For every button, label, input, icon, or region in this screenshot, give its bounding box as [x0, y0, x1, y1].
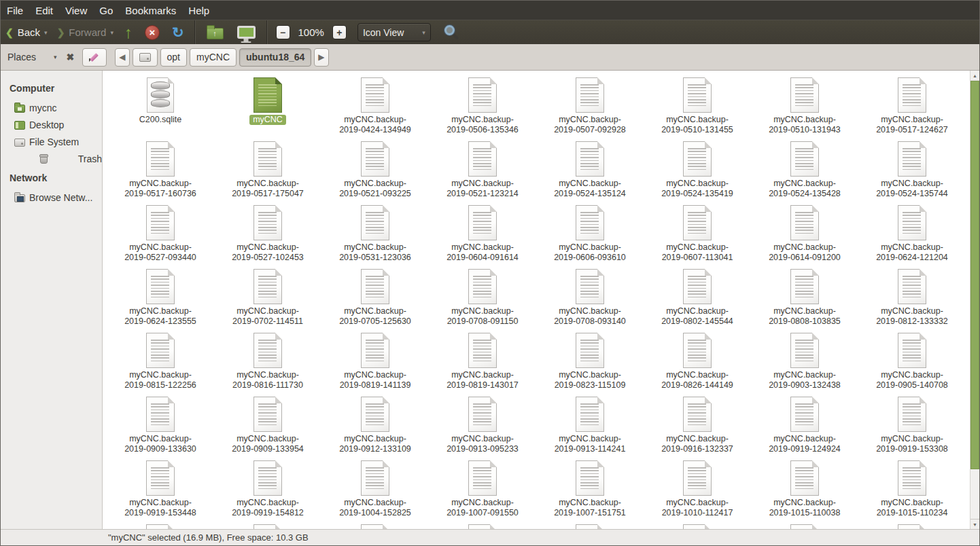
file-item[interactable] [536, 520, 644, 529]
sidebar-item-browse-netw-[interactable]: Browse Netw... [1, 189, 102, 206]
file-item[interactable]: myCNC.backup-2019-0614-091200 [751, 201, 858, 265]
file-item[interactable]: myCNC.backup-2019-1007-091550 [429, 456, 536, 520]
sidebar-item-mycnc[interactable]: mycnc [1, 99, 102, 116]
file-item[interactable]: myCNC.backup-2019-0510-131455 [644, 73, 751, 137]
file-item[interactable]: myCNC.backup-2019-0527-102453 [214, 201, 321, 265]
places-selector[interactable]: Places ▾ [1, 52, 65, 62]
file-item[interactable]: myCNC.backup-2019-0624-123555 [107, 265, 214, 329]
view-mode-select[interactable]: Icon View ▾ [357, 23, 431, 41]
close-sidebar-icon[interactable]: ✖ [65, 52, 82, 62]
scroll-down-button[interactable]: ▼ [970, 519, 979, 529]
file-item[interactable]: myCNC.backup-2019-0507-092928 [536, 73, 644, 137]
root-breadcrumb-button[interactable] [133, 48, 158, 67]
sidebar-item-desktop[interactable]: Desktop [1, 116, 102, 133]
file-item[interactable]: myCNC.backup-2019-0823-115109 [536, 329, 644, 393]
search-button[interactable] [443, 24, 459, 41]
file-item[interactable]: myCNC.backup-2019-0919-153308 [858, 393, 966, 456]
breadcrumb-scroll-right-button[interactable]: ▶ [314, 48, 328, 67]
file-item[interactable] [644, 520, 751, 529]
menu-view[interactable]: View [59, 2, 93, 19]
menu-go[interactable]: Go [93, 2, 119, 19]
file-item[interactable]: myCNC.backup-2019-0604-091614 [429, 201, 536, 265]
file-item[interactable]: myCNC.backup-2019-0916-132337 [644, 393, 751, 456]
file-item[interactable]: myCNC.backup-2019-0819-141139 [321, 329, 429, 393]
file-item[interactable]: myCNC.backup-2019-1015-110234 [858, 456, 966, 520]
scroll-up-button[interactable]: ▲ [970, 71, 979, 81]
file-item[interactable]: myCNC.backup-2019-0624-121204 [858, 201, 966, 265]
breadcrumb-scroll-left-button[interactable]: ◀ [115, 48, 129, 67]
file-item[interactable]: myCNC.backup-2019-0517-160736 [107, 137, 214, 201]
file-item[interactable]: myCNC [214, 73, 321, 137]
file-item[interactable]: myCNC.backup-2019-0607-113041 [644, 201, 751, 265]
file-item[interactable]: myCNC.backup-2019-0521-123214 [429, 137, 536, 201]
file-item[interactable] [751, 520, 858, 529]
file-item[interactable]: myCNC.backup-2019-0913-095233 [429, 393, 536, 456]
back-dropdown-caret-icon[interactable]: ▾ [44, 29, 48, 36]
file-item[interactable]: myCNC.backup-2019-0517-175047 [214, 137, 321, 201]
file-item[interactable]: myCNC.backup-2019-0705-125630 [321, 265, 429, 329]
sidebar-item-trash[interactable]: Trash [1, 150, 102, 167]
file-item[interactable]: myCNC.backup-2019-0909-133630 [107, 393, 214, 456]
file-item[interactable]: C200.sqlite [107, 73, 214, 137]
file-item[interactable] [429, 520, 536, 529]
vertical-scrollbar[interactable]: ▲ ▼ [970, 71, 979, 529]
file-item[interactable]: myCNC.backup-2019-0424-134949 [321, 73, 429, 137]
file-item[interactable]: myCNC.backup-2019-0521-093225 [321, 137, 429, 201]
file-item[interactable]: myCNC.backup-2019-0606-093610 [536, 201, 644, 265]
file-item[interactable]: myCNC.backup-2019-0510-131943 [751, 73, 858, 137]
file-item[interactable]: myCNC.backup-2019-1015-110038 [751, 456, 858, 520]
forward-button[interactable]: ❯ Forward ▾ [52, 22, 118, 43]
file-item[interactable]: myCNC.backup-2019-0826-144149 [644, 329, 751, 393]
home-folder-button[interactable]: ↑ [207, 28, 224, 39]
file-item[interactable]: myCNC.backup-2019-0531-123036 [321, 201, 429, 265]
file-item[interactable]: myCNC.backup-2019-1010-112417 [644, 456, 751, 520]
file-item[interactable] [107, 520, 214, 529]
file-item[interactable]: myCNC.backup-2019-0815-122256 [107, 329, 214, 393]
file-item[interactable]: myCNC.backup-2019-0517-124627 [858, 73, 966, 137]
breadcrumb-opt[interactable]: opt [160, 48, 187, 67]
file-item[interactable]: myCNC.backup-2019-0903-132438 [751, 329, 858, 393]
scrollbar-thumb[interactable] [970, 81, 979, 469]
file-item[interactable] [858, 520, 966, 529]
file-item[interactable]: myCNC.backup-2019-0819-143017 [429, 329, 536, 393]
file-item[interactable]: myCNC.backup-2019-0812-133332 [858, 265, 966, 329]
file-item[interactable]: myCNC.backup-2019-0506-135346 [429, 73, 536, 137]
file-item[interactable]: myCNC.backup-2019-0708-093140 [536, 265, 644, 329]
file-item[interactable]: myCNC.backup-2019-0919-153448 [107, 456, 214, 520]
menu-edit[interactable]: Edit [29, 2, 59, 19]
file-item[interactable]: myCNC.backup-2019-0802-145544 [644, 265, 751, 329]
file-item[interactable]: myCNC.backup-2019-0913-114241 [536, 393, 644, 456]
file-item[interactable]: myCNC.backup-2019-0708-091150 [429, 265, 536, 329]
file-item[interactable]: myCNC.backup-2019-0524-135124 [536, 137, 644, 201]
file-item[interactable]: myCNC.backup-2019-0919-124924 [751, 393, 858, 456]
zoom-out-button[interactable]: − [276, 25, 290, 39]
computer-button[interactable] [237, 26, 256, 39]
file-item[interactable]: myCNC.backup-2019-0702-114511 [214, 265, 321, 329]
breadcrumb-ubuntu18_64[interactable]: ubuntu18_64 [239, 48, 311, 67]
file-item[interactable]: myCNC.backup-2019-0905-140708 [858, 329, 966, 393]
file-item[interactable]: myCNC.backup-2019-0524-135419 [644, 137, 751, 201]
edit-location-button[interactable] [82, 48, 107, 67]
up-button[interactable]: ↑ [118, 22, 139, 43]
file-item[interactable]: myCNC.backup-2019-0524-135744 [858, 137, 966, 201]
refresh-button[interactable]: ↻ [166, 24, 190, 41]
menu-bookmarks[interactable]: Bookmarks [119, 2, 182, 19]
file-item[interactable]: myCNC.backup-2019-1004-152825 [321, 456, 429, 520]
zoom-in-button[interactable]: + [332, 25, 347, 39]
sidebar-item-file-system[interactable]: File System [1, 133, 102, 150]
file-item[interactable]: myCNC.backup-2019-0527-093440 [107, 201, 214, 265]
menu-file[interactable]: File [1, 2, 29, 19]
file-item[interactable]: myCNC.backup-2019-1007-151751 [536, 456, 644, 520]
file-item[interactable]: myCNC.backup-2019-0808-103835 [751, 265, 858, 329]
back-button[interactable]: ❮ Back ▾ [1, 22, 52, 43]
breadcrumb-mycnc[interactable]: myCNC [190, 48, 237, 67]
file-item[interactable]: myCNC.backup-2019-0524-135428 [751, 137, 858, 201]
file-item[interactable] [321, 520, 429, 529]
forward-dropdown-caret-icon[interactable]: ▾ [110, 29, 113, 36]
file-item[interactable]: myCNC.backup-2019-0912-133109 [321, 393, 429, 456]
file-item[interactable]: myCNC.backup-2019-0909-133954 [214, 393, 321, 456]
menu-help[interactable]: Help [182, 2, 215, 19]
stop-button[interactable]: × [145, 25, 160, 40]
file-item[interactable]: myCNC.backup-2019-0919-154812 [214, 456, 321, 520]
file-item[interactable]: myCNC.backup-2019-0816-111730 [214, 329, 321, 393]
